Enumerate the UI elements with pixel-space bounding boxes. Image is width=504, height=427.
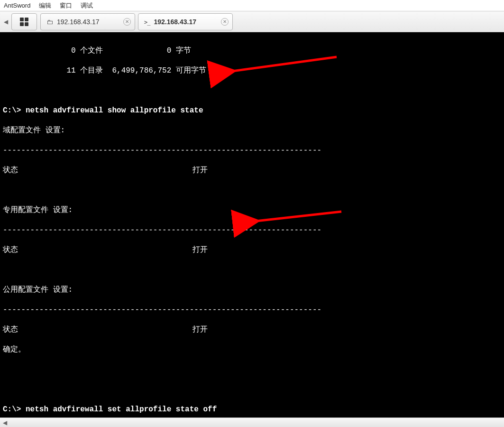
state-label: 状态 (3, 245, 192, 255)
terminal-pane[interactable]: 0 个文件 0 字节 11 个目录 6,499,786,752 可用字节 C:\… (0, 32, 504, 418)
dashes: ----------------------------------------… (3, 225, 501, 235)
terminal-blank (3, 86, 501, 96)
terminal-line: 专用配置文件 设置: (3, 205, 501, 215)
scroll-left-arrow[interactable]: ◀ (3, 419, 7, 426)
terminal-line: 域配置文件 设置: (3, 126, 501, 136)
prompt: C:\> (3, 106, 26, 115)
grid-icon (20, 18, 28, 26)
menu-window[interactable]: 窗口 (60, 1, 72, 10)
terminal-line: 0 个文件 0 字节 (3, 46, 501, 56)
cmd-text: netsh advfirewall set allprofile state o… (26, 405, 217, 414)
state-label: 状态 (3, 325, 192, 335)
tab-close-icon[interactable]: ✕ (221, 18, 229, 26)
terminal-cmd: C:\> netsh advfirewall set allprofile st… (3, 405, 501, 415)
terminal-line: 11 个目录 6,499,786,752 可用字节 (3, 66, 501, 76)
dashes: ----------------------------------------… (3, 305, 501, 315)
terminal-blank (3, 186, 501, 195)
state-value: 打开 (192, 245, 208, 255)
tab-terminal[interactable]: 192.168.43.17 ✕ (138, 13, 233, 30)
terminal-blank (3, 385, 501, 395)
menu-bar: AntSword 编辑 窗口 调试 (0, 0, 504, 11)
terminal-blank (3, 265, 501, 275)
terminal-cmd: C:\> netsh advfirewall show allprofile s… (3, 106, 501, 116)
menu-debug[interactable]: 调试 (81, 1, 93, 10)
cmd-text: netsh advfirewall show allprofile state (26, 106, 203, 115)
terminal-row: 状态打开 (3, 325, 501, 335)
folder-icon (46, 18, 53, 26)
app-title: AntSword (4, 2, 30, 9)
tab-label: 192.168.43.17 (57, 18, 100, 26)
tab-label: 192.168.43.17 (154, 18, 196, 26)
terminal-blank (3, 365, 501, 375)
terminal-line: 公用配置文件 设置: (3, 285, 501, 295)
state-label: 状态 (3, 166, 192, 176)
state-value: 打开 (192, 166, 208, 176)
tab-close-icon[interactable]: ✕ (123, 18, 131, 26)
menu-edit[interactable]: 编辑 (39, 1, 51, 10)
tab-bar: ◀ 192.168.43.17 ✕ 192.168.43.17 ✕ (0, 11, 504, 32)
tab-prev-button[interactable]: ◀ (2, 12, 9, 31)
dashes: ----------------------------------------… (3, 146, 501, 156)
terminal-row: 状态打开 (3, 245, 501, 255)
prompt: C:\> (3, 405, 26, 414)
terminal-row: 状态打开 (3, 166, 501, 176)
terminal-line: 确定。 (3, 345, 501, 355)
home-tab[interactable] (11, 13, 37, 30)
tab-file-manager[interactable]: 192.168.43.17 ✕ (40, 13, 135, 30)
terminal-icon (144, 18, 150, 26)
horizontal-scroll-bar[interactable]: ◀ (0, 418, 504, 427)
state-value: 打开 (192, 325, 208, 335)
